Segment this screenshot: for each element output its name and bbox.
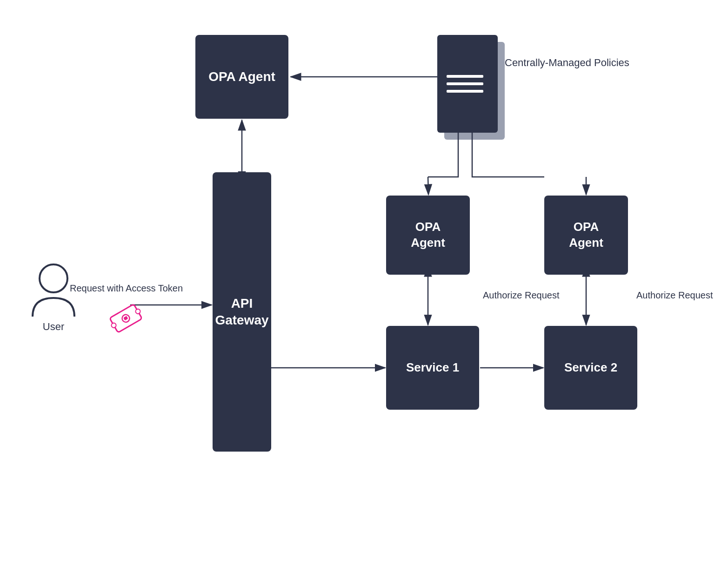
token-icon [107, 302, 144, 336]
authorize-request-right-label: Authorize Request [636, 289, 713, 302]
policy-document [437, 35, 498, 133]
user-icon-container: User [28, 261, 79, 333]
api-gateway-label: APIGateway [215, 295, 268, 329]
architecture-diagram: OPA Agent APIGateway Centrally-Managed P… [0, 0, 728, 561]
request-with-token-label: Request with Access Token [70, 283, 183, 294]
opa-agent-left-label: OPAAgent [411, 219, 445, 251]
opa-agent-left-box: OPAAgent [386, 196, 470, 275]
policy-line-2 [447, 82, 483, 85]
opa-agent-top-label: OPA Agent [208, 68, 275, 85]
service1-box: Service 1 [386, 326, 479, 410]
opa-agent-top-box: OPA Agent [195, 35, 288, 119]
service2-box: Service 2 [544, 326, 637, 410]
svg-point-12 [40, 264, 67, 292]
user-label: User [28, 321, 79, 333]
svg-rect-15 [123, 316, 128, 320]
arrows-layer [0, 0, 728, 561]
svg-point-17 [135, 308, 141, 315]
token-svg [107, 302, 144, 334]
centrally-managed-label: Centrally-Managed Policies [505, 56, 629, 70]
policy-line-3 [447, 90, 483, 93]
authorize-request-left-label: Authorize Request [483, 289, 560, 302]
service2-label: Service 2 [564, 360, 617, 376]
svg-point-16 [111, 322, 117, 329]
policy-line-1 [447, 75, 483, 78]
svg-line-5 [428, 177, 428, 195]
service1-label: Service 1 [406, 360, 459, 376]
opa-agent-right-box: OPAAgent [544, 196, 628, 275]
opa-agent-right-label: OPAAgent [569, 219, 603, 251]
api-gateway-box: APIGateway [213, 172, 271, 452]
